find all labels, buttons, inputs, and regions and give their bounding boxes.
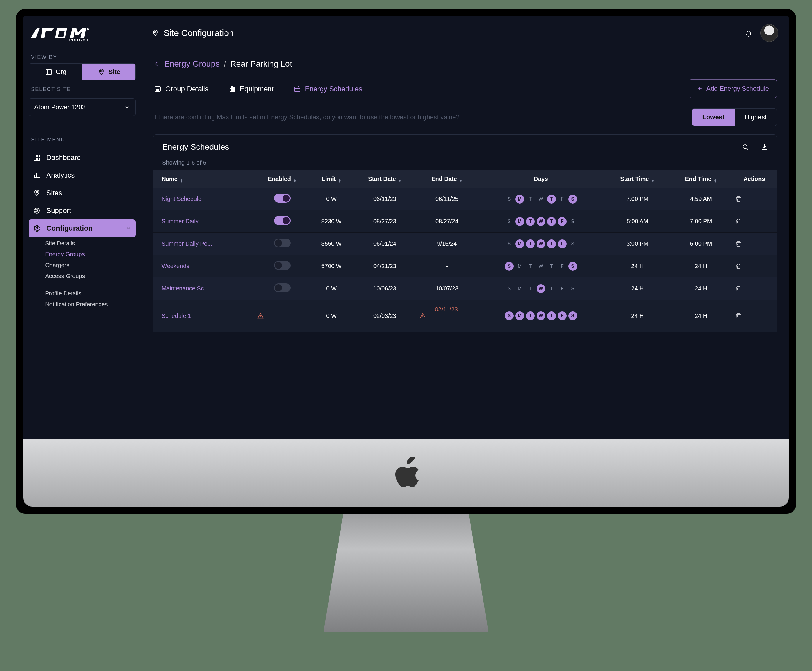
limit-cell: 0 W: [310, 188, 353, 210]
search-icon[interactable]: [742, 143, 749, 150]
day-pill: M: [515, 217, 524, 226]
svg-marker-1: [41, 28, 54, 38]
schedules-card: Energy Schedules Showing 1-6 of 6 N: [153, 135, 777, 332]
col-end-time[interactable]: End Time▲▼: [670, 170, 732, 188]
limit-cell: 0 W: [310, 300, 353, 332]
subnav-chargers[interactable]: Chargers: [45, 261, 136, 270]
start-time-cell: 5:00 AM: [605, 210, 670, 233]
schedule-name-link[interactable]: Weekends: [153, 255, 254, 278]
tab-group-label: Group Details: [165, 85, 208, 93]
end-time-cell: 24 H: [670, 255, 732, 278]
day-pill: M: [515, 284, 524, 293]
svg-marker-2: [70, 28, 86, 38]
limit-cell: 0 W: [310, 278, 353, 300]
day-pill: T: [526, 195, 535, 204]
subnav-access-groups[interactable]: Access Groups: [45, 272, 136, 281]
svg-point-14: [36, 227, 38, 229]
download-icon[interactable]: [761, 143, 768, 150]
enabled-toggle[interactable]: [274, 238, 290, 247]
conflict-row: If there are conflicting Max Limits set …: [153, 108, 777, 126]
start-time-cell: 3:00 PM: [605, 233, 670, 255]
plus-icon: [697, 86, 703, 92]
col-start-date[interactable]: Start Date▲▼: [353, 170, 416, 188]
tab-group-details[interactable]: Group Details: [153, 80, 210, 100]
day-pill: T: [526, 217, 535, 226]
nav-dashboard[interactable]: Dashboard: [29, 149, 136, 167]
col-limit[interactable]: Limit▲▼: [310, 170, 353, 188]
end-date-cell: 06/11/25: [417, 188, 477, 210]
tab-equipment-label: Equipment: [240, 85, 274, 93]
col-start-time[interactable]: Start Time▲▼: [605, 170, 670, 188]
col-name[interactable]: Name▲▼: [153, 170, 254, 188]
warning-icon: [257, 313, 307, 319]
conflict-lowest-button[interactable]: Lowest: [692, 109, 735, 126]
svg-rect-7: [34, 155, 36, 157]
dashboard-icon: [33, 153, 41, 162]
start-date-cell: 06/01/24: [353, 233, 416, 255]
schedule-name-link[interactable]: Summer Daily: [153, 210, 254, 233]
delete-button[interactable]: [735, 263, 774, 270]
day-pill: M: [515, 195, 524, 204]
subnav-notification-prefs[interactable]: Notification Preferences: [45, 300, 136, 309]
view-by-org-button[interactable]: Org: [29, 64, 82, 80]
actions-cell: [732, 210, 777, 233]
col-end-date[interactable]: End Date▲▼: [417, 170, 477, 188]
schedule-name-link[interactable]: Maintenance Sc...: [153, 278, 254, 300]
delete-button[interactable]: [735, 218, 774, 225]
conflict-highest-button[interactable]: Highest: [735, 109, 777, 126]
enabled-toggle[interactable]: [274, 283, 290, 292]
back-arrow-icon[interactable]: [153, 60, 160, 68]
nav-analytics[interactable]: Analytics: [29, 167, 136, 184]
bell-icon[interactable]: [745, 29, 752, 36]
subnav-profile-details[interactable]: Profile Details: [45, 289, 136, 298]
day-pill: F: [558, 195, 566, 204]
svg-rect-21: [295, 87, 300, 92]
table-row: Maintenance Sc...0 W10/06/2310/07/23SMTW…: [153, 278, 777, 300]
view-by-site-button[interactable]: Site: [82, 64, 136, 80]
page-title: Site Configuration: [152, 28, 234, 38]
breadcrumb-parent[interactable]: Energy Groups: [164, 59, 220, 69]
tab-energy-schedules[interactable]: Energy Schedules: [293, 80, 363, 100]
gear-icon: [33, 224, 41, 232]
sites-icon: [33, 189, 41, 197]
schedule-name-link[interactable]: Night Schedule: [153, 188, 254, 210]
nav-sites[interactable]: Sites: [29, 184, 136, 202]
delete-button[interactable]: [735, 312, 774, 319]
avatar[interactable]: [761, 24, 778, 42]
breadcrumb: Energy Groups / Rear Parking Lot: [153, 59, 777, 69]
subnav-energy-groups[interactable]: Energy Groups: [45, 250, 136, 259]
tab-equipment[interactable]: Equipment: [227, 80, 275, 100]
imac-stand: [324, 514, 488, 632]
enabled-toggle[interactable]: [274, 216, 290, 225]
enabled-cell: [254, 188, 310, 210]
conflict-segment: Lowest Highest: [692, 108, 777, 126]
col-enabled[interactable]: Enabled▲▼: [254, 170, 310, 188]
col-actions: Actions: [732, 170, 777, 188]
delete-button[interactable]: [735, 196, 774, 203]
day-pill: S: [505, 240, 513, 248]
schedules-table: Name▲▼ Enabled▲▼ Limit▲▼ Start Date▲▼ En…: [153, 170, 777, 332]
site-select[interactable]: Atom Power 1203: [29, 99, 136, 116]
days-cell: SMTWTFS: [477, 233, 605, 255]
day-pill: S: [568, 262, 577, 271]
day-pill: T: [547, 284, 556, 293]
delete-button[interactable]: [735, 240, 774, 247]
imac-chin: [23, 439, 789, 507]
limit-cell: 5700 W: [310, 255, 353, 278]
schedule-name-link[interactable]: Summer Daily Pe...: [153, 233, 254, 255]
day-pill: W: [537, 240, 545, 248]
schedule-name-link[interactable]: Schedule 1: [153, 300, 254, 332]
nav-configuration[interactable]: Configuration: [29, 220, 136, 237]
add-energy-schedule-button[interactable]: Add Energy Schedule: [689, 79, 777, 98]
select-site-label: SELECT SITE: [29, 80, 136, 95]
nav-support[interactable]: Support: [29, 202, 136, 220]
delete-button[interactable]: [735, 285, 774, 292]
enabled-cell: [254, 255, 310, 278]
enabled-toggle[interactable]: [274, 261, 290, 270]
subnav-site-details[interactable]: Site Details: [45, 239, 136, 248]
brand-logo: INSIGHT: [29, 25, 136, 48]
nav-dashboard-label: Dashboard: [46, 153, 81, 162]
enabled-toggle[interactable]: [274, 194, 290, 203]
svg-rect-5: [46, 69, 51, 75]
day-pill: T: [526, 312, 535, 320]
